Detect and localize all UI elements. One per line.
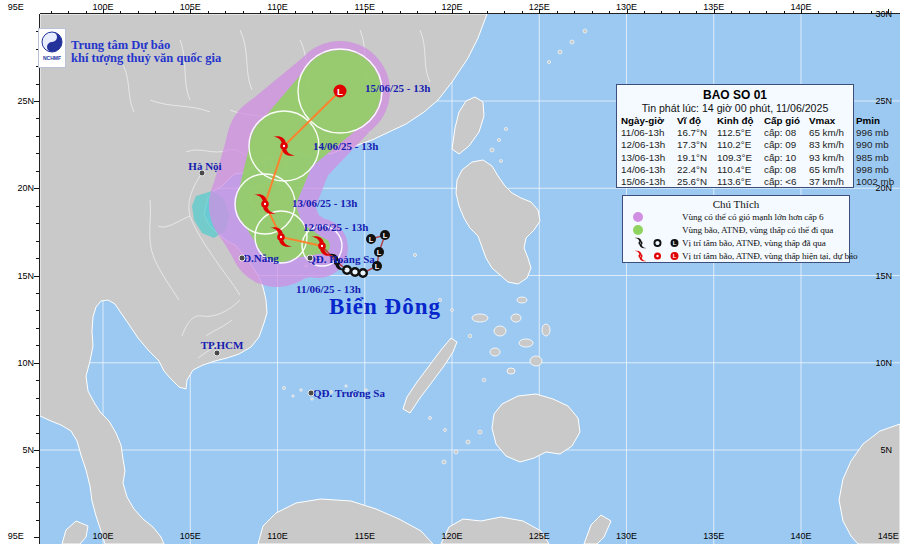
place-label: TP.HCM	[201, 339, 244, 351]
place-label: QĐ. Trường Sa	[313, 387, 385, 399]
storm-forecast-map: L	[0, 0, 900, 544]
axis-label-right: 25N	[860, 96, 892, 106]
table-cell: 990 mb	[856, 139, 889, 151]
legend-item: L Vị trí tâm bão, ATNĐ, vùng thấp hiện t…	[626, 249, 846, 262]
past-lcircle-symbol: L	[374, 247, 384, 257]
legend-cyclone-glyph	[635, 238, 647, 249]
axis-tick	[504, 11, 505, 14]
axis-tick	[435, 11, 436, 14]
legend-icons	[626, 212, 682, 222]
axis-tick	[155, 11, 156, 14]
axis-tick	[818, 11, 819, 14]
axis-label-bottom: 125E	[529, 531, 550, 541]
axis-tick	[225, 11, 226, 14]
axis-tick	[679, 11, 680, 14]
axis-label-bottom: 130E	[616, 531, 637, 541]
axis-tick	[34, 276, 39, 277]
axis-tick	[36, 153, 39, 154]
forecast-table-row: 14/06-13h22.4°N110.4°Ecấp: 0865 km/h998 …	[621, 164, 849, 176]
axis-label-right: 30N	[860, 9, 892, 19]
legend-lcircle-glyph: L	[671, 239, 679, 247]
svg-text:L: L	[369, 235, 374, 244]
table-cell: 17.3°N	[677, 139, 717, 151]
legend-circle-dot-icon	[650, 248, 665, 264]
axis-label-right: 15N	[860, 271, 892, 281]
axis-tick	[749, 11, 750, 14]
axis-tick	[36, 293, 39, 294]
table-col-header: Cấp gió	[764, 115, 809, 127]
place-marker-dot	[308, 390, 315, 397]
place-label: QĐ. Hoàng Sa	[307, 253, 375, 265]
table-cell: cấp: 08	[764, 127, 809, 139]
table-cell: 19.1°N	[677, 152, 717, 164]
map-canvas: L	[0, 0, 900, 544]
axis-tick	[36, 171, 39, 172]
axis-tick	[557, 11, 558, 14]
forecast-table-row: 13/06-13h19.1°N109.3°Ecấp: 1093 km/h985 …	[621, 152, 849, 164]
past-circle-open-symbol	[359, 269, 367, 277]
table-cell: 15/06-13h	[621, 176, 677, 188]
axis-tick	[853, 11, 854, 14]
axis-tick	[36, 433, 39, 434]
axis-tick	[644, 11, 645, 14]
table-cell: 112.5°E	[717, 127, 764, 139]
axis-tick	[522, 11, 523, 14]
axis-tick	[36, 345, 39, 346]
past-circle-open-symbol	[351, 268, 359, 276]
axis-label-bottom: 140E	[790, 531, 811, 541]
axis-tick	[36, 258, 39, 259]
track-date-label: 13/06/25 - 13h	[292, 197, 357, 209]
axis-tick	[330, 11, 331, 14]
table-cell: 93 km/h	[809, 152, 856, 164]
svg-text:L: L	[673, 253, 677, 259]
table-cell: 65 km/h	[809, 127, 856, 139]
legend-cyclone-glyph	[635, 250, 647, 261]
legend-item: Vùng có thể có gió mạnh lớn hơn cấp 6	[626, 211, 846, 224]
table-cell: 1002 mb	[856, 176, 894, 188]
axis-tick	[103, 9, 104, 14]
svg-text:L: L	[375, 262, 380, 271]
legend-circle-open-glyph	[654, 240, 660, 246]
axis-tick	[34, 101, 39, 102]
axis-tick	[539, 9, 540, 14]
axis-tick	[400, 11, 401, 14]
table-cell: 16.7°N	[677, 127, 717, 139]
axis-tick	[36, 485, 39, 486]
axis-tick	[347, 11, 348, 14]
legend-lcircle-icon: L	[667, 248, 682, 264]
axis-label-bottom: 95E	[8, 531, 24, 541]
table-cell: cấp: 08	[764, 164, 809, 176]
axis-label-left: 10N	[2, 358, 34, 368]
svg-text:L: L	[337, 86, 343, 97]
agency-name-line2: khí tượng thuỷ văn quốc gia	[71, 51, 221, 66]
axis-tick	[801, 9, 802, 14]
place-marker-dot	[239, 255, 246, 262]
axis-tick	[836, 11, 837, 14]
axis-tick	[34, 363, 39, 364]
legend-item-label: Vùng có thể có gió mạnh lớn hơn cấp 6	[682, 212, 824, 222]
axis-tick	[173, 11, 174, 14]
legend-area-swatch	[633, 225, 643, 235]
axis-tick	[871, 11, 872, 14]
axis-label-left: 20N	[2, 183, 34, 193]
legend-icons	[626, 225, 682, 235]
axis-tick	[452, 9, 453, 14]
axis-tick	[36, 380, 39, 381]
axis-tick	[243, 11, 244, 14]
axis-tick	[295, 11, 296, 14]
table-cell: 998 mb	[856, 164, 889, 176]
svg-text:L: L	[673, 240, 677, 246]
axis-tick	[36, 223, 39, 224]
forecast-table-row: 11/06-13h16.7°N112.5°Ecấp: 0865 km/h996 …	[621, 127, 849, 139]
table-cell: 22.4°N	[677, 164, 717, 176]
legend-title: Chú Thích	[626, 198, 846, 211]
place-label: Đ.Nẵng	[243, 252, 279, 264]
axis-tick	[469, 11, 470, 14]
axis-tick	[312, 11, 313, 14]
axis-tick	[36, 398, 39, 399]
axis-label-bottom: 120E	[441, 531, 462, 541]
axis-tick	[138, 11, 139, 14]
table-col-header: Vĩ độ	[677, 115, 717, 127]
axis-tick	[609, 11, 610, 14]
axis-tick	[36, 118, 39, 119]
